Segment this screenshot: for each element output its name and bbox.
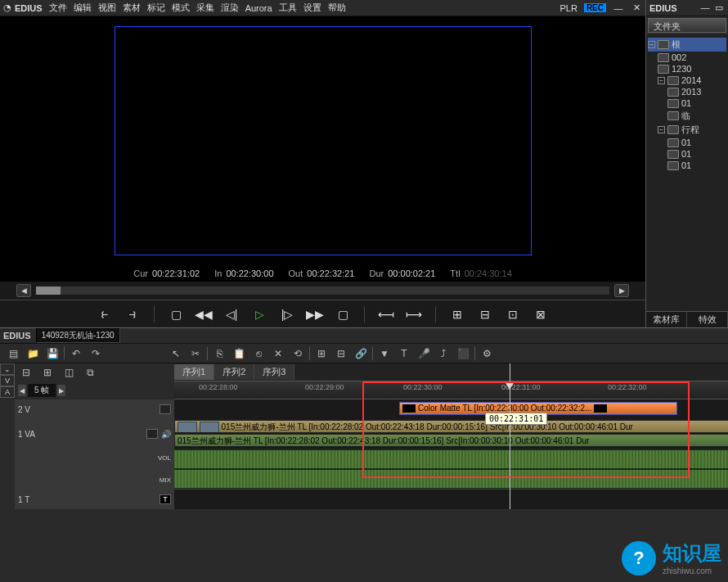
- rec-badge[interactable]: REC: [584, 3, 606, 12]
- tool-new-icon[interactable]: ▤: [5, 346, 21, 361]
- menu-file[interactable]: 文件: [49, 2, 67, 14]
- folder-tree[interactable]: −根 002 1230 −2014 2013 01 临 −行程 01 01 01: [646, 34, 728, 311]
- tree-item[interactable]: 临: [648, 109, 726, 123]
- menu-help[interactable]: 帮助: [328, 2, 346, 14]
- close-icon[interactable]: ✕: [631, 2, 642, 14]
- tool-cut-icon[interactable]: ✂: [187, 346, 204, 361]
- step-value[interactable]: 5 帧: [28, 384, 56, 397]
- tool-marker-icon[interactable]: ▼: [376, 346, 393, 361]
- prev-frame-icon[interactable]: ◁|: [222, 305, 241, 323]
- play-icon[interactable]: ▷: [249, 305, 269, 323]
- frame-stepper[interactable]: ◀ 5 帧 ▶: [18, 384, 65, 397]
- step-next-icon[interactable]: ▶: [57, 385, 65, 396]
- track-video-toggle-icon[interactable]: [146, 429, 158, 439]
- scrub-track[interactable]: [36, 286, 609, 295]
- menu-marker[interactable]: 标记: [147, 2, 165, 14]
- in-value[interactable]: 00:22:30:00: [226, 268, 273, 278]
- tree-item[interactable]: 01: [648, 97, 726, 109]
- scrub-handle[interactable]: [36, 286, 61, 295]
- out-value[interactable]: 00:22:32:21: [307, 268, 354, 278]
- tree-item[interactable]: 01: [648, 160, 726, 171]
- set-in-icon[interactable]: ⥼: [95, 305, 115, 323]
- menu-tools[interactable]: 工具: [279, 2, 297, 14]
- speaker-icon[interactable]: 🔊: [161, 430, 171, 439]
- timeline-ruler[interactable]: 00:22:28:00 00:22:29:00 00:22:30:00 00:2…: [174, 381, 728, 399]
- tool-title-icon[interactable]: T: [396, 346, 412, 361]
- fast-forward-icon[interactable]: ▶▶: [305, 305, 325, 323]
- extra1-icon[interactable]: ⊡: [503, 305, 523, 323]
- tool-link-icon[interactable]: 🔗: [353, 346, 369, 361]
- track-toggle-icon[interactable]: [160, 404, 171, 414]
- tree-root[interactable]: −根: [648, 38, 726, 52]
- step-prev-icon[interactable]: ◀: [18, 385, 26, 396]
- menu-render[interactable]: 渲染: [221, 2, 239, 14]
- tool-redo-icon[interactable]: ↷: [88, 346, 104, 361]
- tool-settings-icon[interactable]: ⚙: [479, 346, 495, 361]
- menu-aurora[interactable]: Aurora: [245, 3, 272, 13]
- tab-seq1[interactable]: 序列1: [174, 364, 214, 380]
- track-va1[interactable]: 015兰州威力狮-兰州 TL [In:00:22:28:02 Out:00:22…: [174, 419, 728, 449]
- rewind-icon[interactable]: ◀◀: [194, 305, 213, 323]
- loop-icon[interactable]: ▢: [333, 305, 353, 323]
- menu-mode[interactable]: 模式: [172, 2, 190, 14]
- scrub-right-icon[interactable]: ▶: [614, 284, 629, 297]
- cur-value[interactable]: 00:22:31:02: [152, 268, 200, 278]
- next-edit-icon[interactable]: ⟼: [404, 305, 424, 323]
- extra2-icon[interactable]: ⊠: [531, 305, 550, 323]
- tool-paste-icon[interactable]: 📋: [231, 346, 247, 361]
- tool-copy-icon[interactable]: ⎘: [211, 346, 227, 361]
- zoom-out-icon[interactable]: ⊟: [18, 365, 34, 380]
- scrub-left-icon[interactable]: ◀: [16, 284, 31, 297]
- title-toggle-icon[interactable]: T: [160, 494, 171, 504]
- tool-ripple-icon[interactable]: ⟲: [290, 346, 306, 361]
- menu-edit[interactable]: 编辑: [74, 2, 92, 14]
- prev-edit-icon[interactable]: ⟻: [376, 305, 396, 323]
- bin-restore-icon[interactable]: ▭: [713, 2, 725, 14]
- minimize-icon[interactable]: —: [613, 2, 624, 14]
- tree-item[interactable]: −行程: [648, 123, 726, 137]
- tool-undo-icon[interactable]: ↶: [68, 346, 84, 361]
- track-v2[interactable]: Color Matte TL [In:00:22:30:00 Out:00:22…: [174, 399, 728, 419]
- tool-split-icon[interactable]: ⎋: [250, 346, 267, 361]
- a-label[interactable]: A: [0, 386, 15, 398]
- tool-ungroup-icon[interactable]: ⊟: [333, 346, 349, 361]
- bin-minimize-icon[interactable]: —: [699, 2, 711, 13]
- tool-cursor-icon[interactable]: ↖: [168, 346, 184, 361]
- tool-group-icon[interactable]: ⊞: [313, 346, 330, 361]
- tree-item[interactable]: 01: [648, 148, 726, 160]
- va-dropdown-icon[interactable]: ⌄: [0, 363, 15, 375]
- playhead[interactable]: [510, 363, 510, 509]
- next-frame-icon[interactable]: |▷: [277, 305, 297, 323]
- tool-delete-icon[interactable]: ✕: [270, 346, 286, 361]
- overwrite-icon[interactable]: ⊟: [475, 305, 495, 323]
- tab-bin[interactable]: 素材库: [646, 312, 687, 327]
- tool-export-icon[interactable]: ⤴: [435, 346, 452, 361]
- menu-settings[interactable]: 设置: [303, 2, 321, 14]
- tab-effects[interactable]: 特效: [687, 312, 728, 327]
- tree-item[interactable]: −2014: [648, 74, 726, 86]
- track-waveform[interactable]: [174, 449, 728, 490]
- tree-item[interactable]: 1230: [648, 63, 726, 74]
- tool-render-icon[interactable]: ⬛: [455, 346, 471, 361]
- track-header-v2[interactable]: 2 V: [15, 399, 174, 419]
- clip-video[interactable]: 015兰州威力狮-兰州 TL [In:00:22:28:02 Out:00:22…: [174, 420, 728, 433]
- stop-icon[interactable]: ▢: [166, 305, 186, 323]
- track-header-vol[interactable]: VOL MIX: [15, 449, 174, 490]
- v-label[interactable]: V: [0, 375, 15, 386]
- menu-view[interactable]: 视图: [98, 2, 116, 14]
- tree-item[interactable]: 2013: [648, 86, 726, 97]
- insert-icon[interactable]: ⊞: [447, 305, 467, 323]
- track-t1[interactable]: [174, 490, 728, 509]
- tab-seq3[interactable]: 序列3: [254, 364, 294, 380]
- menu-clip[interactable]: 素材: [123, 2, 141, 14]
- zoom-in-icon[interactable]: ⊞: [39, 365, 56, 380]
- tool-open-icon[interactable]: 📁: [25, 346, 41, 361]
- tab-seq2[interactable]: 序列2: [214, 364, 254, 380]
- tool-save-icon[interactable]: 💾: [44, 346, 61, 361]
- tree-item[interactable]: 01: [648, 137, 726, 148]
- clip-audio[interactable]: 015兰州威力狮-兰州 TL [In:00:22:28:02 Out:00:22…: [174, 434, 728, 447]
- track-header-t1[interactable]: 1 T T: [15, 490, 174, 509]
- zoom-fit-icon[interactable]: ◫: [61, 365, 77, 380]
- track-header-va1[interactable]: 1 VA 🔊: [15, 419, 174, 449]
- dur-value[interactable]: 00:00:02:21: [388, 268, 435, 278]
